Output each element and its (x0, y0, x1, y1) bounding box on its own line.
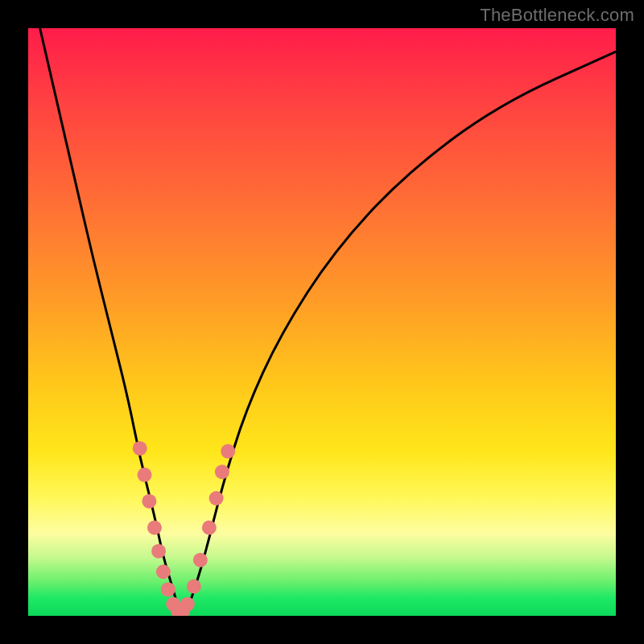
marker-dot (133, 441, 147, 456)
marker-dot (147, 521, 162, 535)
plot-area (28, 28, 616, 616)
curve-layer (28, 28, 616, 616)
watermark-text: TheBottleneck.com (480, 5, 634, 26)
marker-dot (193, 553, 208, 568)
marker-dot (209, 491, 224, 506)
marker-dot (138, 468, 152, 482)
marker-dot (202, 521, 217, 535)
marker-dot (142, 494, 156, 509)
marker-dot (180, 597, 195, 611)
bottleneck-curve (40, 28, 616, 611)
chart-frame: TheBottleneck.com (0, 0, 644, 644)
marker-dot (151, 544, 166, 559)
marker-dot (187, 580, 201, 594)
marker-dot (161, 582, 175, 597)
marker-dot (156, 564, 171, 579)
marker-dot (215, 464, 229, 479)
marker-group (133, 441, 236, 616)
marker-dot (221, 444, 235, 459)
